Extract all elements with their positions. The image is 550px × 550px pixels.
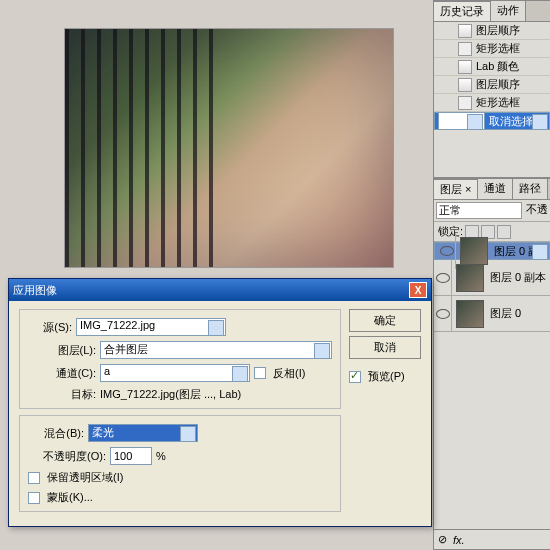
preview-label: 预览(P)	[368, 369, 405, 384]
history-list: 图层顺序矩形选框Lab 颜色图层顺序矩形选框取消选择	[434, 22, 550, 177]
layer-thumbnail[interactable]	[456, 264, 484, 292]
source-select[interactable]: IMG_71222.jpg	[76, 318, 226, 336]
target-label: 目标:	[28, 387, 96, 402]
history-item[interactable]: 图层顺序	[434, 22, 550, 40]
lock-all-icon[interactable]	[497, 225, 511, 239]
invert-checkbox[interactable]	[254, 367, 266, 379]
fx-icon[interactable]: fx.	[453, 534, 465, 546]
cancel-button[interactable]: 取消	[349, 336, 421, 359]
dialog-title: 应用图像	[13, 283, 57, 298]
layer-name: 图层 0	[488, 306, 550, 321]
history-item[interactable]: 矩形选框	[434, 94, 550, 112]
tab-channels[interactable]: 通道	[478, 179, 513, 199]
history-step-icon	[458, 78, 472, 92]
invert-label: 反相(I)	[273, 366, 305, 381]
history-step-icon	[458, 96, 472, 110]
opacity-field-label: 不透明度(O):	[28, 449, 106, 464]
layers-footer: ⊘ fx.	[434, 529, 550, 549]
preserve-checkbox[interactable]	[28, 472, 40, 484]
blend-mode-select[interactable]: 正常	[436, 202, 522, 219]
history-step-icon	[458, 60, 472, 74]
opacity-label: 不透	[526, 202, 548, 219]
mask-label: 蒙版(K)...	[47, 490, 93, 505]
history-item[interactable]: 矩形选框	[434, 40, 550, 58]
tab-paths[interactable]: 路径	[513, 179, 548, 199]
history-step-label: 图层顺序	[476, 23, 520, 38]
visibility-icon[interactable]	[434, 296, 452, 332]
layer-item[interactable]: 图层 0	[434, 296, 550, 332]
history-step-icon	[438, 112, 485, 130]
layer-select[interactable]: 合并图层	[100, 341, 332, 359]
blend-label: 混合(B):	[28, 426, 84, 441]
history-item[interactable]: 取消选择	[434, 112, 550, 130]
history-step-label: 矩形选框	[476, 41, 520, 56]
history-item[interactable]: 图层顺序	[434, 76, 550, 94]
ok-button[interactable]: 确定	[349, 309, 421, 332]
history-step-label: 取消选择	[489, 114, 533, 129]
layers-panel: 图层 × 通道 路径 正常 不透 锁定: 图层 0 副本 2图层 0 副本图层 …	[433, 178, 550, 550]
history-step-icon	[458, 24, 472, 38]
preview-checkbox[interactable]	[349, 371, 361, 383]
visibility-icon[interactable]	[438, 233, 456, 269]
opacity-input[interactable]	[110, 447, 152, 465]
history-step-label: Lab 颜色	[476, 59, 519, 74]
layer-label: 图层(L):	[28, 343, 96, 358]
layers-list: 图层 0 副本 2图层 0 副本图层 0	[434, 242, 550, 332]
tab-history[interactable]: 历史记录	[434, 1, 491, 21]
preserve-label: 保留透明区域(I)	[47, 470, 123, 485]
tab-actions[interactable]: 动作	[491, 1, 526, 21]
layer-name: 图层 0 副本 2	[492, 244, 533, 259]
layer-thumbnail[interactable]	[456, 300, 484, 328]
apply-image-dialog: 应用图像 X 源(S): IMG_71222.jpg 图层(L): 合并图层 通…	[8, 278, 432, 527]
layer-name: 图层 0 副本	[488, 270, 550, 285]
close-icon[interactable]: X	[409, 282, 427, 298]
source-label: 源(S):	[28, 320, 72, 335]
tab-layers[interactable]: 图层 ×	[434, 179, 478, 199]
history-panel: 历史记录 动作 图层顺序矩形选框Lab 颜色图层顺序矩形选框取消选择	[433, 0, 550, 178]
dialog-titlebar[interactable]: 应用图像 X	[9, 279, 431, 301]
channel-select[interactable]: a	[100, 364, 250, 382]
blend-group: 混合(B): 柔光 不透明度(O): % 保留透明区域(I) 蒙版(K)...	[19, 415, 341, 512]
history-item[interactable]: Lab 颜色	[434, 58, 550, 76]
blend-select[interactable]: 柔光	[88, 424, 198, 442]
layer-item[interactable]: 图层 0 副本 2	[434, 242, 550, 260]
link-icon[interactable]: ⊘	[438, 533, 447, 546]
mask-checkbox[interactable]	[28, 492, 40, 504]
panels-column: 历史记录 动作 图层顺序矩形选框Lab 颜色图层顺序矩形选框取消选择 图层 × …	[433, 0, 550, 550]
source-group: 源(S): IMG_71222.jpg 图层(L): 合并图层 通道(C): a…	[19, 309, 341, 409]
document-canvas[interactable]	[64, 28, 394, 268]
channel-label: 通道(C):	[28, 366, 96, 381]
history-step-label: 图层顺序	[476, 77, 520, 92]
target-value: IMG_71222.jpg(图层 ..., Lab)	[100, 387, 241, 402]
history-step-label: 矩形选框	[476, 95, 520, 110]
layer-thumbnail[interactable]	[460, 237, 488, 265]
history-step-icon	[458, 42, 472, 56]
opacity-suffix: %	[156, 450, 166, 462]
